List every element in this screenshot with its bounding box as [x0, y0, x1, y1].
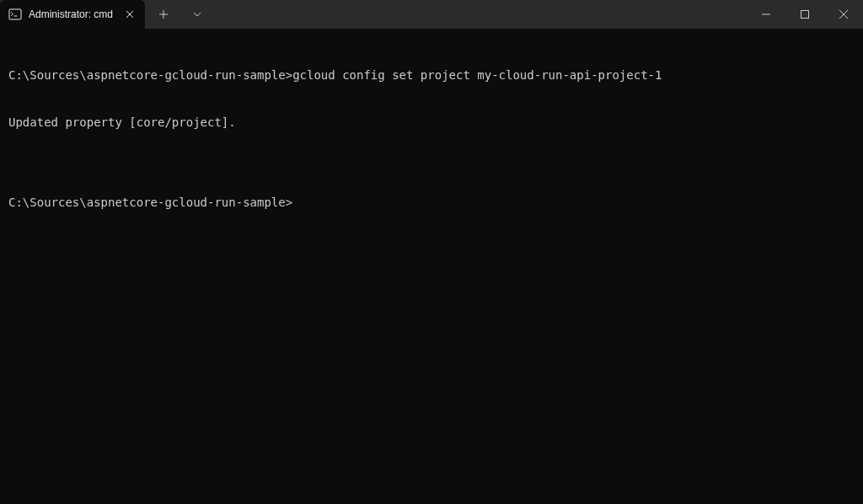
svg-rect-0 [9, 9, 21, 19]
window-controls [747, 0, 863, 29]
tab-actions [145, 0, 207, 29]
tab-active[interactable]: Administrator: cmd [0, 0, 145, 29]
close-window-button[interactable] [824, 0, 863, 29]
minimize-button[interactable] [747, 0, 785, 29]
cmd-icon [8, 8, 22, 21]
tab-dropdown-button[interactable] [187, 4, 207, 24]
titlebar: Administrator: cmd [0, 0, 863, 29]
titlebar-drag-area[interactable] [207, 0, 747, 29]
close-tab-button[interactable] [123, 8, 137, 21]
new-tab-button[interactable] [153, 4, 174, 24]
terminal-line: Updated property [core/project]. [8, 115, 855, 131]
terminal-line: C:\Sources\aspnetcore-gcloud-run-sample>… [8, 67, 855, 83]
terminal-line: C:\Sources\aspnetcore-gcloud-run-sample> [8, 195, 855, 211]
svg-rect-7 [801, 11, 809, 19]
maximize-button[interactable] [785, 0, 824, 29]
terminal-content[interactable]: C:\Sources\aspnetcore-gcloud-run-sample>… [0, 29, 863, 504]
tab-title: Administrator: cmd [29, 8, 113, 20]
